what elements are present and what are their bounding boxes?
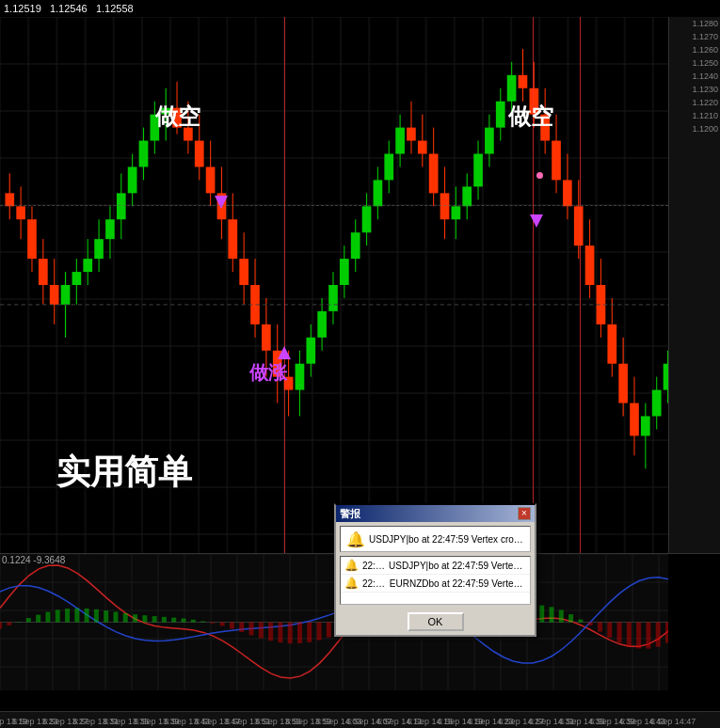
price-label-6: 1.1220	[669, 96, 720, 109]
dialog-ok-area: OK	[336, 609, 535, 635]
dialog-close-button[interactable]: ×	[518, 507, 531, 520]
price-display: 1.12519 1.12546 1.12558	[4, 3, 134, 14]
price-label-0: 1.1280	[669, 17, 720, 30]
list-icon-2: 🔔	[344, 577, 359, 590]
price-label-8: 1.1200	[669, 122, 720, 135]
dialog-alert-text: USDJPY|bo at 22:47:59 Vertex crossing ex…	[369, 534, 524, 545]
price-label-2: 1.1260	[669, 43, 720, 56]
candlestick-chart	[0, 17, 720, 553]
dialog-list-item-2: 🔔 22:47:59 EURNZDbo at 22:47:59 Vertex c…	[341, 575, 530, 593]
dialog-alert-area: 🔔 USDJPY|bo at 22:47:59 Vertex crossing …	[340, 526, 531, 552]
top-bar: 1.12519 1.12546 1.12558	[0, 0, 720, 17]
price3: 1.12558	[96, 3, 134, 14]
arrow-down-1	[215, 196, 228, 209]
price2: 1.12546	[50, 3, 88, 14]
price-label-1: 1.1270	[669, 30, 720, 43]
time-axis: 6 Sep 13:196 Sep 13:236 Sep 13:276 Sep 1…	[0, 711, 720, 728]
list-time-1: 22:47:59	[362, 561, 386, 571]
list-text-2: EURNZDbo at 22:47:59 Vertex crossing ove…	[390, 578, 526, 589]
oscillator-label: 0.1224 -9.3648	[2, 555, 65, 565]
price-label-3: 1.1250	[669, 56, 720, 70]
list-time-2: 22:47:59	[362, 578, 387, 589]
price-label-7: 1.1210	[669, 109, 720, 122]
list-text-1: USDJPY|bo at 22:47:59 Vertex crossing ex…	[389, 561, 526, 571]
dialog-list-item-1: 🔔 22:47:59 USDJPY|bo at 22:47:59 Vertex …	[341, 557, 530, 575]
chart-area: 做空 做涨 做空 实用简单	[0, 17, 720, 553]
dialog-alert-icon: 🔔	[346, 530, 365, 548]
dialog-title: 警报	[340, 507, 360, 521]
alert-dialog: 警报 × 🔔 USDJPY|bo at 22:47:59 Vertex cros…	[334, 503, 536, 637]
arrow-up-1	[278, 346, 291, 359]
price-label-5: 1.1230	[669, 83, 720, 96]
price-axis: 1.12801.12701.12601.12501.12401.12301.12…	[668, 17, 720, 553]
pink-dot	[536, 172, 543, 179]
price-label-4: 1.1240	[669, 70, 720, 83]
dialog-ok-button[interactable]: OK	[408, 612, 464, 631]
arrow-down-2	[530, 214, 543, 228]
price1: 1.12519	[4, 3, 41, 14]
time-label-22: 6 Sep 14:47	[650, 717, 696, 726]
list-icon-1: 🔔	[344, 559, 359, 572]
dialog-titlebar: 警报 ×	[336, 505, 535, 522]
dialog-list: 🔔 22:47:59 USDJPY|bo at 22:47:59 Vertex …	[340, 556, 531, 605]
